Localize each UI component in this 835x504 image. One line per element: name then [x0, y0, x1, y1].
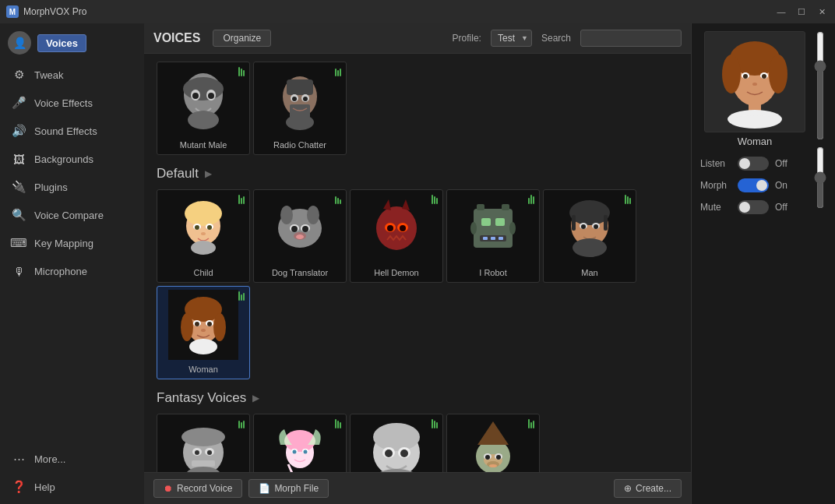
svg-rect-59	[572, 215, 576, 231]
app-body: 👤 Voices ⚙ Tweak 🎤 Voice Effects 🔊 Sound…	[0, 23, 835, 504]
svg-point-55	[509, 222, 516, 234]
sidebar-item-voice-compare[interactable]: 🔍 Voice Compare	[0, 201, 144, 229]
voice-card-woman[interactable]: Woman	[157, 286, 250, 379]
svg-point-100	[400, 449, 408, 457]
morph-status: On	[775, 180, 787, 191]
svg-point-70	[213, 313, 226, 341]
sidebar-item-sound-effects[interactable]: 🔊 Sound Effects	[0, 117, 144, 145]
voice-effects-icon: 🎤	[11, 95, 26, 111]
sidebar-top: 👤 Voices	[0, 23, 144, 61]
voice-card-giant[interactable]: Giant	[350, 414, 443, 472]
svg-point-83	[207, 450, 212, 455]
voice-card-man[interactable]: Man	[543, 189, 636, 283]
voice-card-dwarf[interactable]: Dwarf	[157, 414, 250, 472]
svg-rect-48	[481, 218, 491, 226]
svg-rect-84	[192, 460, 215, 467]
sidebar-item-tweak[interactable]: ⚙ Tweak	[0, 61, 144, 89]
help-icon: ❓	[11, 479, 26, 495]
sidebar-item-more[interactable]: ⋯ More...	[0, 445, 144, 473]
listen-toggle[interactable]	[738, 157, 769, 171]
svg-rect-49	[495, 218, 505, 226]
search-label: Search	[541, 33, 571, 44]
sidebar-item-plugins[interactable]: 🔌 Plugins	[0, 173, 144, 201]
morph-toggle[interactable]	[738, 178, 769, 192]
svg-point-19	[185, 201, 222, 226]
sidebar-item-key-mapping[interactable]: ⌨ Key Mapping	[0, 229, 144, 257]
sidebar-item-backgrounds[interactable]: 🖼 Backgrounds	[0, 145, 144, 173]
profile-label: Profile:	[453, 33, 481, 44]
morph-knob	[756, 180, 767, 191]
voice-card-label-child: Child	[193, 268, 213, 277]
voice-card-female-pixie[interactable]: Female Pixie	[253, 414, 347, 472]
bottom-bar: ⏺ Record Voice 📄 Morph File ⊕ Create...	[144, 472, 691, 504]
svg-point-15	[303, 97, 308, 101]
svg-point-23	[207, 225, 212, 230]
svg-point-115	[722, 55, 741, 93]
svg-rect-47	[502, 204, 509, 210]
create-button[interactable]: ⊕ Create...	[614, 479, 682, 498]
organize-button[interactable]: Organize	[213, 30, 271, 47]
svg-point-5	[192, 93, 199, 99]
svg-point-119	[743, 74, 748, 79]
mute-toggle[interactable]	[738, 200, 769, 214]
close-button[interactable]: ✕	[815, 5, 829, 19]
svg-point-116	[769, 55, 787, 93]
voice-card-hell-demon[interactable]: Hell Demon	[350, 189, 443, 283]
voice-card-nasty-gnome[interactable]: Nasty Gnome	[446, 414, 540, 472]
svg-point-108	[485, 455, 490, 460]
svg-point-96	[373, 423, 420, 451]
morph-label: Morph	[700, 180, 731, 191]
voice-card-img-female-pixie	[254, 414, 346, 472]
maximize-button[interactable]: ☐	[794, 5, 809, 19]
svg-point-22	[195, 225, 199, 230]
titlebar: M MorphVOX Pro — ☐ ✕	[0, 0, 835, 23]
voice-card-label-hell-demon: Hell Demon	[374, 268, 418, 277]
svg-rect-10	[287, 79, 313, 95]
morph-icon: 📄	[259, 483, 270, 494]
svg-point-28	[280, 206, 293, 224]
svg-point-69	[181, 313, 193, 341]
pitch-slider[interactable]	[814, 146, 826, 209]
svg-point-35	[296, 234, 304, 239]
svg-rect-52	[491, 237, 495, 240]
voice-card-img-man	[544, 190, 636, 266]
voice-card-dog-translator[interactable]: Dog Translator	[253, 189, 347, 283]
svg-point-76	[189, 339, 217, 354]
record-voice-button[interactable]: ⏺ Record Voice	[153, 479, 242, 498]
voices-button[interactable]: Voices	[37, 34, 86, 52]
sidebar-item-microphone[interactable]: 🎙 Microphone	[0, 257, 144, 285]
profile-select[interactable]: Test	[491, 30, 532, 47]
toolbar-title: VOICES	[153, 31, 200, 45]
voice-card-mutant-male[interactable]: Mutant Male	[157, 62, 250, 155]
minimize-button[interactable]: —	[774, 5, 788, 19]
morph-file-button[interactable]: 📄 Morph File	[248, 479, 329, 498]
mute-label: Mute	[700, 202, 731, 213]
woman-preview-svg	[708, 35, 802, 129]
listen-control: Listen Off	[700, 157, 809, 171]
svg-point-79	[181, 428, 225, 446]
listen-status: Off	[775, 158, 787, 169]
svg-point-63	[581, 224, 586, 229]
listen-knob	[739, 158, 750, 169]
toolbar: VOICES Organize Profile: Test ▼ Search	[144, 23, 691, 54]
search-input[interactable]	[580, 30, 682, 47]
voice-card-i-robot[interactable]: I Robot	[446, 189, 540, 283]
svg-rect-51	[483, 237, 488, 240]
voice-card-label-woman: Woman	[188, 365, 218, 374]
morph-control: Morph On	[700, 178, 809, 192]
volume-slider[interactable]	[814, 31, 826, 140]
sidebar-item-voice-effects[interactable]: 🎤 Voice Effects	[0, 89, 144, 117]
sidebar-item-help[interactable]: ❓ Help	[0, 473, 144, 501]
voice-card-img-dwarf	[157, 414, 249, 472]
svg-point-37	[376, 206, 417, 250]
voice-grid-wrapper[interactable]: Mutant Male Radio Chatter Default ▶	[144, 54, 691, 472]
sidebar: 👤 Voices ⚙ Tweak 🎤 Voice Effects 🔊 Sound…	[0, 23, 144, 504]
voice-grid-recent: Mutant Male Radio Chatter	[157, 62, 678, 155]
voice-card-radio-chatter[interactable]: Radio Chatter	[253, 62, 347, 155]
voice-card-img-child	[157, 190, 249, 266]
voice-card-img-giant	[351, 414, 442, 472]
create-label: Create...	[636, 483, 671, 494]
sidebar-label-help: Help	[34, 481, 55, 493]
svg-point-32	[291, 226, 298, 232]
voice-card-child[interactable]: Child	[157, 189, 250, 283]
